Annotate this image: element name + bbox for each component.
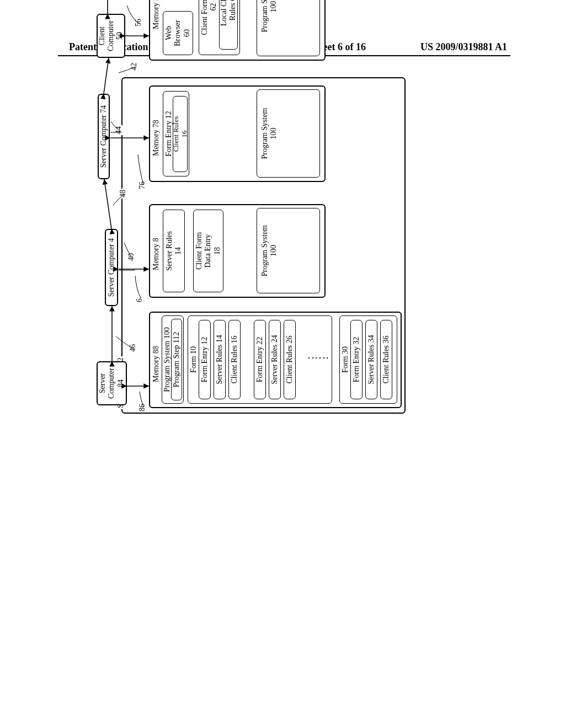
program-system-100-c: Program System100 xyxy=(257,89,320,178)
server-rules-14-a: Server Rules 14 xyxy=(214,320,226,399)
server-rules-24: Server Rules 24 xyxy=(269,320,281,399)
form-entry-22: Form Entry 22 xyxy=(254,320,266,399)
server-computer-74: Server Computer 74 xyxy=(98,94,110,179)
form-entry-32: Form Entry 32 xyxy=(350,320,363,399)
ref-44: 44 xyxy=(114,125,123,135)
memory-78-label: Memory 78 xyxy=(152,119,161,157)
client-form-data-entry-18: Client FormData Entry18 xyxy=(193,210,223,292)
server-rules-34: Server Rules 34 xyxy=(365,320,377,399)
client-rules-26: Client Rules 26 xyxy=(284,320,296,399)
client-rules-36: Client Rules 36 xyxy=(380,320,392,399)
ref-56: 56 xyxy=(134,18,143,28)
ref-86: 86 xyxy=(138,403,147,413)
program-system-100-d: Program System100 xyxy=(257,0,320,56)
memory-58-label: Memory 58 xyxy=(152,0,161,30)
figure-6: Server System 2 ServerComputer84 Server … xyxy=(97,105,565,414)
client-rules-16-b: Client Rules16 xyxy=(173,96,188,172)
server-computer-84: ServerComputer84 xyxy=(97,361,127,405)
ellipsis-icon: ⋮ xyxy=(317,351,329,364)
ref-40: 40 xyxy=(127,252,136,262)
svg-line-3 xyxy=(104,58,109,94)
memory-8-label: Memory 8 xyxy=(152,237,161,271)
web-browser-60: WebBrowser60 xyxy=(163,11,193,55)
local-client-rules-66: Local ClientRules 66 xyxy=(219,0,238,50)
server-computer-4: Server Computer 4 xyxy=(105,229,118,306)
program-step-112: Program Step 112 xyxy=(171,319,182,400)
form-entry-12-a: Form Entry 12 xyxy=(199,320,211,399)
client-rules-16-a: Client Rules 16 xyxy=(228,320,241,399)
ref-48: 48 xyxy=(119,189,127,199)
header-right: US 2009/0319881 A1 xyxy=(420,41,507,53)
ellipsis-icon: ⋮ xyxy=(306,351,318,364)
ref-46: 46 xyxy=(129,343,137,353)
server-rules-14-b: Server Rules14 xyxy=(163,210,185,292)
ref-76: 76 xyxy=(138,180,147,190)
ref-42: 42 xyxy=(130,62,138,72)
ref-6: 6 xyxy=(135,297,144,303)
client-computer-50: ClientComputer50 xyxy=(97,14,125,58)
program-system-100-b: Program System100 xyxy=(257,208,320,293)
memory-88-label: Memory 88 xyxy=(152,345,161,383)
svg-line-1 xyxy=(104,179,111,229)
